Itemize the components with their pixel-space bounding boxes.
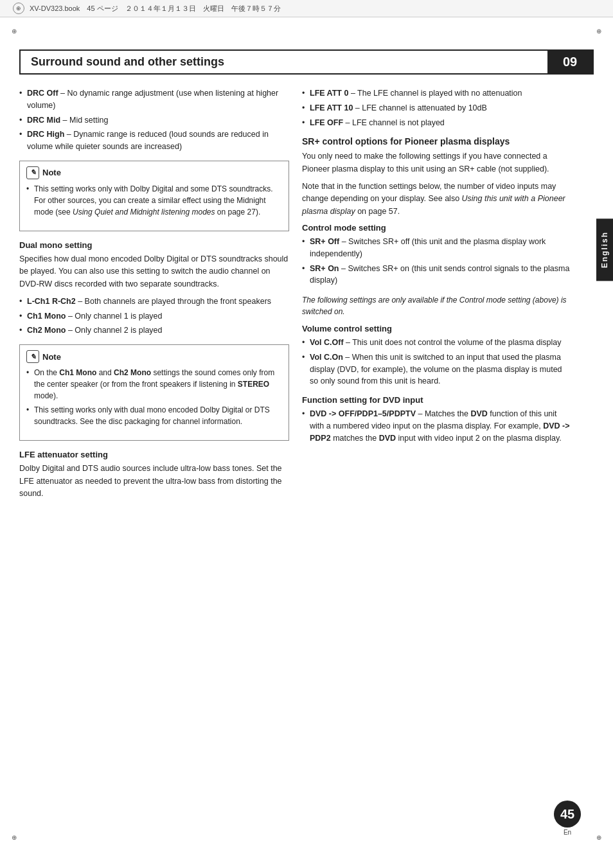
lfe-heading: LFE attenuator setting — [19, 450, 289, 459]
l-ch1-r-ch2-term: L-Ch1 R-Ch2 — [27, 297, 76, 306]
list-item: DRC Mid – Mid setting — [19, 114, 289, 127]
drc-off-desc: – No dynamic range adjustment (use when … — [27, 89, 278, 110]
note-box-2: ✎ Note On the Ch1 Mono and Ch2 Mono sett… — [19, 344, 289, 441]
drc-off-term: DRC Off — [27, 89, 58, 98]
left-column: DRC Off – No dynamic range adjustment (u… — [19, 87, 289, 505]
lfe-att0-term: LFE ATT 0 — [310, 89, 348, 98]
ch2-mono-term: Ch2 Mono — [27, 326, 66, 335]
note-title-2: ✎ Note — [26, 350, 282, 363]
list-item: Vol C.Off – This unit does not control t… — [302, 337, 572, 349]
lfe-att10-term: LFE ATT 10 — [310, 103, 353, 112]
note2-item1: On the Ch1 Mono and Ch2 Mono settings th… — [34, 368, 274, 400]
note-list-1: This setting works only with Dolby Digit… — [26, 183, 282, 218]
sr-heading: SR+ control options for Pioneer plasma d… — [302, 136, 572, 146]
note-label-1: Note — [42, 168, 61, 177]
note1-item1: This setting works only with Dolby Digit… — [34, 184, 272, 217]
corner-mark-bl: ⊕ — [8, 831, 21, 844]
list-item: LFE OFF – LFE channel is not played — [302, 117, 572, 129]
language-tab: English — [596, 218, 613, 281]
italic-note: The following settings are only availabl… — [302, 294, 572, 317]
top-bar: ⊕ XV-DV323.book 45 ページ ２０１４年１月１３日 火曜日 午後… — [0, 0, 613, 17]
list-item: LFE ATT 0 – The LFE channel is played wi… — [302, 87, 572, 100]
drc-mid-term: DRC Mid — [27, 116, 60, 125]
list-item: DRC Off – No dynamic range adjustment (u… — [19, 87, 289, 112]
main-content: DRC Off – No dynamic range adjustment (u… — [19, 87, 594, 505]
lfe-off-desc: – LFE channel is not played — [343, 118, 445, 127]
note-list-2: On the Ch1 Mono and Ch2 Mono settings th… — [26, 367, 282, 427]
list-item: Ch1 Mono – Only channel 1 is played — [19, 310, 289, 323]
dvd-func-term: DVD -> OFF/PDP1–5/PDPTV — [310, 409, 416, 418]
note2-item2: This setting works only with dual mono e… — [34, 405, 270, 426]
drc-mid-desc: – Mid setting — [60, 116, 108, 125]
list-item: Vol C.On – When this unit is switched to… — [302, 351, 572, 387]
dual-mono-list: L-Ch1 R-Ch2 – Both channels are played t… — [19, 296, 289, 337]
dual-mono-heading: Dual mono setting — [19, 240, 289, 250]
sr-on-term: SR+ On — [310, 264, 339, 273]
page-footer: 45 En — [554, 801, 581, 836]
ch2-mono-desc: – Only channel 2 is played — [66, 326, 162, 335]
l-ch1-r-ch2-desc: – Both channels are played through the f… — [76, 297, 271, 306]
lfe-att10-desc: – LFE channel is attenuated by 10dB — [353, 103, 486, 112]
corner-mark-tr: ⊕ — [592, 24, 605, 37]
title-area: Surround sound and other settings — [21, 51, 547, 73]
lfe-list: LFE ATT 0 – The LFE channel is played wi… — [302, 87, 572, 128]
list-item: DVD -> OFF/PDP1–5/PDPTV – Matches the DV… — [302, 408, 572, 444]
sr-on-desc: – Switches SR+ on (this unit sends contr… — [310, 264, 569, 285]
corner-mark-br: ⊕ — [592, 831, 605, 844]
note-icon-2: ✎ — [26, 350, 39, 363]
corner-mark-tl: ⊕ — [8, 24, 21, 37]
sr-intro-2: Note that in the function settings below… — [302, 181, 572, 218]
list-item: DRC High – Dynamic range is reduced (lou… — [19, 128, 289, 153]
page-header: Surround sound and other settings 09 — [19, 49, 594, 75]
top-bar-icon: ⊕ — [13, 3, 24, 14]
ch1-mono-term: Ch1 Mono — [27, 312, 66, 321]
vol-con-term: Vol C.On — [310, 353, 343, 362]
list-item: On the Ch1 Mono and Ch2 Mono settings th… — [26, 367, 282, 402]
control-mode-list: SR+ Off – Switches SR+ off (this unit an… — [302, 236, 572, 287]
list-item: Ch2 Mono – Only channel 2 is played — [19, 324, 289, 337]
sr-off-term: SR+ Off — [310, 237, 339, 246]
drc-high-term: DRC High — [27, 130, 64, 139]
vol-coff-desc: – This unit does not control the volume … — [344, 338, 562, 347]
function-heading: Function setting for DVD input — [302, 395, 572, 405]
volume-heading: Volume control setting — [302, 324, 572, 333]
sr-intro-1: You only need to make the following sett… — [302, 150, 572, 175]
vol-con-desc: – When this unit is switched to an input… — [310, 353, 562, 386]
note-title-1: ✎ Note — [26, 166, 282, 179]
list-item: LFE ATT 10 – LFE channel is attenuated b… — [302, 102, 572, 114]
drc-list: DRC Off – No dynamic range adjustment (u… — [19, 87, 289, 153]
list-item: L-Ch1 R-Ch2 – Both channels are played t… — [19, 296, 289, 308]
lfe-off-term: LFE OFF — [310, 118, 343, 127]
note-icon-1: ✎ — [26, 166, 39, 179]
page-title: Surround sound and other settings — [31, 55, 224, 69]
ch1-mono-desc: – Only channel 1 is played — [66, 312, 162, 321]
chapter-number: 09 — [547, 51, 592, 73]
lfe-att0-desc: – The LFE channel is played with no atte… — [348, 89, 522, 98]
list-item: SR+ On – Switches SR+ on (this unit send… — [302, 263, 572, 287]
dual-mono-text: Specifies how dual mono encoded Dolby Di… — [19, 253, 289, 290]
volume-list: Vol C.Off – This unit does not control t… — [302, 337, 572, 387]
note-label-2: Note — [42, 352, 61, 362]
vol-coff-term: Vol C.Off — [310, 338, 344, 347]
top-bar-text: XV-DV323.book 45 ページ ２０１４年１月１３日 火曜日 午後７時… — [30, 4, 281, 13]
lfe-text: Dolby Digital and DTS audio sources incl… — [19, 463, 289, 500]
list-item: This setting works only with Dolby Digit… — [26, 183, 282, 218]
function-list: DVD -> OFF/PDP1–5/PDPTV – Matches the DV… — [302, 408, 572, 444]
page-en-label: En — [564, 829, 571, 836]
list-item: This setting works only with dual mono e… — [26, 404, 282, 427]
list-item: SR+ Off – Switches SR+ off (this unit an… — [302, 236, 572, 260]
page-number: 45 — [554, 801, 581, 828]
right-column: LFE ATT 0 – The LFE channel is played wi… — [302, 87, 572, 505]
sr-off-desc: – Switches SR+ off (this unit and the pl… — [310, 237, 546, 258]
note-box-1: ✎ Note This setting works only with Dolb… — [19, 161, 289, 231]
control-mode-heading: Control mode setting — [302, 223, 572, 233]
